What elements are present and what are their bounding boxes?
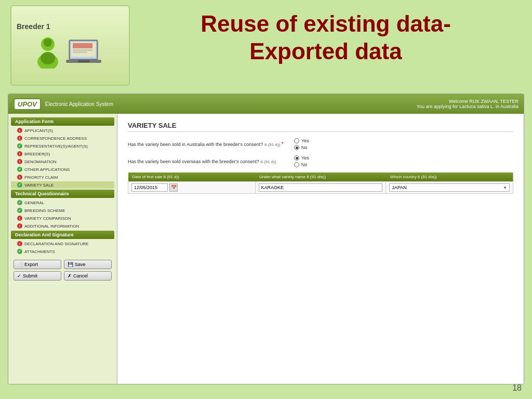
date-field[interactable] bbox=[131, 183, 168, 192]
status-icon-breeding: ✓ bbox=[17, 208, 22, 213]
question2-annotation: 8 (91 d)) bbox=[260, 159, 276, 164]
btn-row-1: ⬜ Export 💾 Save bbox=[14, 260, 112, 269]
cancel-icon: ✗ bbox=[68, 273, 72, 278]
sidebar-item-breeding-scheme[interactable]: ✓ BREEDING SCHEME bbox=[11, 207, 114, 214]
sidebar-item-variety-sale[interactable]: ✓ VARIETY SALE bbox=[11, 181, 114, 189]
svg-point-2 bbox=[44, 38, 52, 47]
sidebar-section-declaration: Declaration And Signature bbox=[11, 231, 114, 239]
question2-yes[interactable]: Yes bbox=[294, 155, 309, 161]
status-icon-breeders: ! bbox=[17, 151, 22, 156]
cancel-button[interactable]: ✗ Cancel bbox=[64, 271, 112, 281]
status-icon-other-apps: ✓ bbox=[17, 167, 22, 172]
question2-label: Has the variety been sold overseas with … bbox=[128, 159, 284, 164]
radio-dot-q1-no[interactable] bbox=[294, 145, 299, 150]
sidebar-item-applicants[interactable]: ! APPLICANT(S) bbox=[11, 127, 114, 134]
variety-sale-table: Date of first sale 8 (91 d)) Under what … bbox=[128, 172, 513, 194]
yes-label-1: Yes bbox=[301, 138, 309, 143]
svg-point-3 bbox=[41, 52, 55, 64]
sidebar-item-declaration[interactable]: ! DECLARATION AND SIGNATURE bbox=[11, 240, 114, 247]
export-button[interactable]: ⬜ Export bbox=[14, 260, 61, 269]
page-number: 18 bbox=[512, 383, 522, 393]
radio-dot-q2-yes[interactable] bbox=[294, 155, 299, 161]
app-header-right: Welcome RIJK ZWAAN, TESTER You are apply… bbox=[417, 99, 518, 109]
sidebar-item-general[interactable]: ✓ GENERAL bbox=[11, 199, 114, 206]
question2-radio-group: Yes No bbox=[294, 155, 309, 167]
country-value: JAPAN bbox=[392, 185, 406, 190]
question1-label: Has the variety been sold in Australia w… bbox=[128, 141, 284, 147]
radio-dot-q2-no[interactable] bbox=[294, 162, 299, 167]
yes-label-2: Yes bbox=[301, 155, 309, 161]
app-header: UPOV Electronic Application System Welco… bbox=[8, 94, 524, 114]
svg-rect-9 bbox=[73, 51, 87, 53]
status-icon-applicants: ! bbox=[17, 128, 22, 133]
question1-annotation: 8 (91 d)) bbox=[264, 142, 280, 147]
col-header-variety: Under what variety name 8 (91 d/a)) bbox=[255, 172, 386, 182]
sidebar-buttons: ⬜ Export 💾 Save ✓ Submit ✗ Canc bbox=[8, 256, 117, 287]
no-label-2: No bbox=[301, 162, 308, 167]
title-section: Reuse of existing data- Exported data bbox=[130, 5, 522, 71]
main-title: Reuse of existing data- Exported data bbox=[201, 10, 451, 65]
top-section: Breeder 1 Reuse of bbox=[0, 0, 532, 91]
status-icon-representative: ✓ bbox=[17, 143, 22, 149]
sidebar-item-other-applications[interactable]: ✓ OTHER APPLICATIONS bbox=[11, 166, 114, 173]
sidebar-item-denomination[interactable]: ! DENOMINATION bbox=[11, 158, 114, 165]
submit-button[interactable]: ✓ Submit bbox=[14, 271, 61, 281]
sidebar-item-additional-info[interactable]: ! ADDITIONAL INFORMATION bbox=[11, 222, 114, 230]
laptop-icon bbox=[65, 37, 107, 69]
required-star-1: * bbox=[282, 141, 284, 147]
country-select[interactable]: JAPAN ▼ bbox=[389, 183, 510, 192]
status-icon-comparison: ! bbox=[17, 216, 22, 221]
calendar-button[interactable]: 📅 bbox=[169, 183, 178, 192]
sidebar-section-application-form: Application Form bbox=[11, 117, 114, 126]
status-icon-attachments: ✓ bbox=[17, 249, 22, 254]
status-icon-correspondence: ! bbox=[17, 136, 22, 141]
main-content: VARIETY SALE Has the variety been sold i… bbox=[117, 114, 524, 384]
status-icon-priority: ! bbox=[17, 175, 22, 180]
question1-yes[interactable]: Yes bbox=[294, 138, 309, 143]
status-icon-additional: ! bbox=[17, 223, 22, 229]
dropdown-arrow-icon: ▼ bbox=[503, 185, 507, 190]
breeder-label: Breeder 1 bbox=[17, 22, 50, 31]
save-icon: 💾 bbox=[68, 262, 73, 267]
submit-icon: ✓ bbox=[17, 273, 21, 278]
app-window: UPOV Electronic Application System Welco… bbox=[8, 94, 524, 384]
export-icon: ⬜ bbox=[17, 262, 23, 267]
radio-dot-q1-yes[interactable] bbox=[294, 138, 299, 143]
sidebar-item-priority-claim[interactable]: ! PRIORITY CLAIM bbox=[11, 174, 114, 181]
svg-rect-7 bbox=[73, 43, 92, 48]
status-icon-variety-sale: ✓ bbox=[17, 182, 22, 188]
variety-name-input[interactable] bbox=[259, 183, 383, 192]
table-row: 📅 JAPAN ▼ bbox=[128, 182, 513, 194]
breeder-icons bbox=[34, 35, 107, 69]
app-system-name: Electronic Application System bbox=[45, 101, 113, 107]
breeder-card: Breeder 1 bbox=[10, 5, 130, 86]
sidebar-item-correspondence[interactable]: ! CORRESPONDENCE ADDRESS bbox=[11, 135, 114, 142]
cell-variety-name bbox=[255, 182, 386, 194]
sidebar-item-representative[interactable]: ✓ REPRESENTATIVE(S)/AGENT(S) bbox=[11, 142, 114, 150]
cell-date: 📅 bbox=[128, 182, 256, 194]
sidebar-section-technical: Technical Questionnaire bbox=[11, 190, 114, 198]
col-header-country: Which country 8 (91 d/a)) bbox=[386, 172, 513, 182]
no-label-1: No bbox=[301, 145, 308, 150]
btn-row-2: ✓ Submit ✗ Cancel bbox=[14, 271, 112, 281]
svg-rect-8 bbox=[73, 49, 92, 51]
app-header-left: UPOV Electronic Application System bbox=[14, 98, 113, 110]
col-header-date: Date of first sale 8 (91 d)) bbox=[128, 172, 256, 182]
svg-rect-11 bbox=[78, 60, 89, 62]
upov-logo: UPOV bbox=[14, 98, 41, 110]
question2-no[interactable]: No bbox=[294, 162, 309, 167]
question1-no[interactable]: No bbox=[294, 145, 309, 150]
question1-row: Has the variety been sold in Australia w… bbox=[128, 138, 513, 150]
sidebar-item-breeders[interactable]: ! BREEDER(S) bbox=[11, 150, 114, 157]
save-button[interactable]: 💾 Save bbox=[64, 260, 112, 269]
sidebar-item-variety-comparison[interactable]: ! VARIETY COMPARISON bbox=[11, 215, 114, 222]
cell-country: JAPAN ▼ bbox=[386, 182, 513, 194]
question2-row: Has the variety been sold overseas with … bbox=[128, 155, 513, 167]
date-input-wrapper: 📅 bbox=[131, 183, 252, 192]
sidebar-item-attachments[interactable]: ✓ ATTACHMENTS bbox=[11, 248, 114, 255]
applying-for-text: You are applying for Lactuca sativa L. i… bbox=[417, 104, 518, 109]
question1-radio-group: Yes No bbox=[294, 138, 309, 150]
app-body: Application Form ! APPLICANT(S) ! CORRES… bbox=[8, 114, 524, 384]
sidebar: Application Form ! APPLICANT(S) ! CORRES… bbox=[8, 114, 117, 384]
status-icon-general: ✓ bbox=[17, 200, 22, 205]
